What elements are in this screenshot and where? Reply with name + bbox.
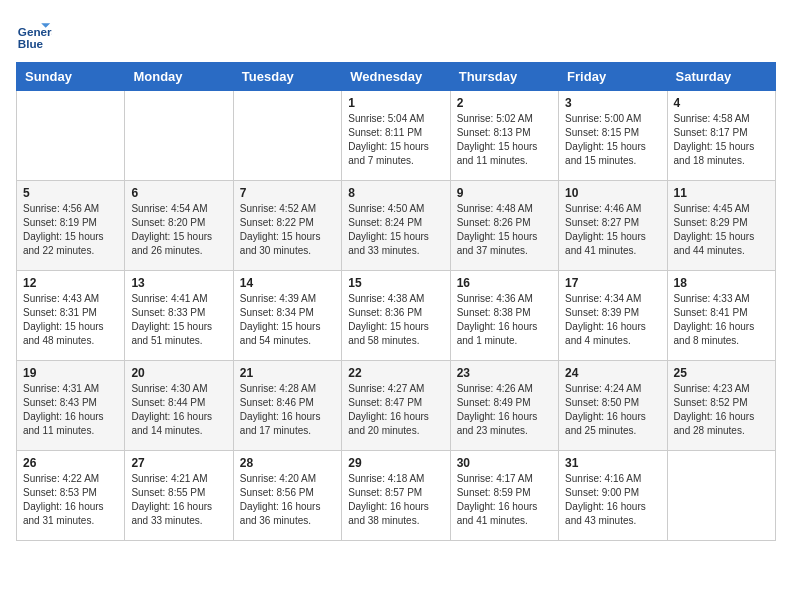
calendar-cell: 29Sunrise: 4:18 AM Sunset: 8:57 PM Dayli… (342, 451, 450, 541)
day-info: Sunrise: 4:38 AM Sunset: 8:36 PM Dayligh… (348, 292, 443, 348)
calendar-cell: 5Sunrise: 4:56 AM Sunset: 8:19 PM Daylig… (17, 181, 125, 271)
day-number: 16 (457, 276, 552, 290)
calendar-cell: 26Sunrise: 4:22 AM Sunset: 8:53 PM Dayli… (17, 451, 125, 541)
day-number: 5 (23, 186, 118, 200)
calendar-cell: 28Sunrise: 4:20 AM Sunset: 8:56 PM Dayli… (233, 451, 341, 541)
logo: General Blue (16, 16, 52, 52)
calendar-cell: 25Sunrise: 4:23 AM Sunset: 8:52 PM Dayli… (667, 361, 775, 451)
calendar-header-sunday: Sunday (17, 63, 125, 91)
day-number: 26 (23, 456, 118, 470)
calendar-cell: 4Sunrise: 4:58 AM Sunset: 8:17 PM Daylig… (667, 91, 775, 181)
calendar-cell (233, 91, 341, 181)
day-number: 2 (457, 96, 552, 110)
calendar-cell: 22Sunrise: 4:27 AM Sunset: 8:47 PM Dayli… (342, 361, 450, 451)
calendar-cell (17, 91, 125, 181)
calendar-cell: 2Sunrise: 5:02 AM Sunset: 8:13 PM Daylig… (450, 91, 558, 181)
day-number: 6 (131, 186, 226, 200)
calendar-cell: 23Sunrise: 4:26 AM Sunset: 8:49 PM Dayli… (450, 361, 558, 451)
day-info: Sunrise: 4:30 AM Sunset: 8:44 PM Dayligh… (131, 382, 226, 438)
day-number: 12 (23, 276, 118, 290)
calendar-cell: 8Sunrise: 4:50 AM Sunset: 8:24 PM Daylig… (342, 181, 450, 271)
calendar-cell (667, 451, 775, 541)
day-info: Sunrise: 5:04 AM Sunset: 8:11 PM Dayligh… (348, 112, 443, 168)
day-info: Sunrise: 4:31 AM Sunset: 8:43 PM Dayligh… (23, 382, 118, 438)
calendar-cell: 16Sunrise: 4:36 AM Sunset: 8:38 PM Dayli… (450, 271, 558, 361)
day-info: Sunrise: 4:39 AM Sunset: 8:34 PM Dayligh… (240, 292, 335, 348)
calendar-cell: 10Sunrise: 4:46 AM Sunset: 8:27 PM Dayli… (559, 181, 667, 271)
calendar-week-5: 26Sunrise: 4:22 AM Sunset: 8:53 PM Dayli… (17, 451, 776, 541)
day-info: Sunrise: 4:46 AM Sunset: 8:27 PM Dayligh… (565, 202, 660, 258)
calendar-cell: 21Sunrise: 4:28 AM Sunset: 8:46 PM Dayli… (233, 361, 341, 451)
calendar-cell: 7Sunrise: 4:52 AM Sunset: 8:22 PM Daylig… (233, 181, 341, 271)
calendar-cell: 19Sunrise: 4:31 AM Sunset: 8:43 PM Dayli… (17, 361, 125, 451)
day-info: Sunrise: 4:17 AM Sunset: 8:59 PM Dayligh… (457, 472, 552, 528)
calendar-cell: 1Sunrise: 5:04 AM Sunset: 8:11 PM Daylig… (342, 91, 450, 181)
calendar-header-wednesday: Wednesday (342, 63, 450, 91)
calendar-cell: 31Sunrise: 4:16 AM Sunset: 9:00 PM Dayli… (559, 451, 667, 541)
day-number: 7 (240, 186, 335, 200)
day-number: 23 (457, 366, 552, 380)
day-info: Sunrise: 4:16 AM Sunset: 9:00 PM Dayligh… (565, 472, 660, 528)
day-info: Sunrise: 4:36 AM Sunset: 8:38 PM Dayligh… (457, 292, 552, 348)
day-info: Sunrise: 5:00 AM Sunset: 8:15 PM Dayligh… (565, 112, 660, 168)
day-info: Sunrise: 4:21 AM Sunset: 8:55 PM Dayligh… (131, 472, 226, 528)
calendar-header-row: SundayMondayTuesdayWednesdayThursdayFrid… (17, 63, 776, 91)
day-number: 28 (240, 456, 335, 470)
calendar-cell: 24Sunrise: 4:24 AM Sunset: 8:50 PM Dayli… (559, 361, 667, 451)
calendar-cell (125, 91, 233, 181)
calendar-cell: 17Sunrise: 4:34 AM Sunset: 8:39 PM Dayli… (559, 271, 667, 361)
day-number: 29 (348, 456, 443, 470)
calendar-cell: 15Sunrise: 4:38 AM Sunset: 8:36 PM Dayli… (342, 271, 450, 361)
day-info: Sunrise: 4:28 AM Sunset: 8:46 PM Dayligh… (240, 382, 335, 438)
calendar-cell: 20Sunrise: 4:30 AM Sunset: 8:44 PM Dayli… (125, 361, 233, 451)
day-number: 25 (674, 366, 769, 380)
day-number: 22 (348, 366, 443, 380)
day-number: 9 (457, 186, 552, 200)
calendar-cell: 9Sunrise: 4:48 AM Sunset: 8:26 PM Daylig… (450, 181, 558, 271)
calendar-cell: 11Sunrise: 4:45 AM Sunset: 8:29 PM Dayli… (667, 181, 775, 271)
calendar-header-friday: Friday (559, 63, 667, 91)
day-number: 30 (457, 456, 552, 470)
day-info: Sunrise: 4:52 AM Sunset: 8:22 PM Dayligh… (240, 202, 335, 258)
day-info: Sunrise: 4:41 AM Sunset: 8:33 PM Dayligh… (131, 292, 226, 348)
calendar-cell: 30Sunrise: 4:17 AM Sunset: 8:59 PM Dayli… (450, 451, 558, 541)
svg-text:Blue: Blue (18, 37, 44, 50)
day-number: 27 (131, 456, 226, 470)
calendar-cell: 18Sunrise: 4:33 AM Sunset: 8:41 PM Dayli… (667, 271, 775, 361)
day-info: Sunrise: 4:50 AM Sunset: 8:24 PM Dayligh… (348, 202, 443, 258)
calendar-cell: 14Sunrise: 4:39 AM Sunset: 8:34 PM Dayli… (233, 271, 341, 361)
calendar-cell: 12Sunrise: 4:43 AM Sunset: 8:31 PM Dayli… (17, 271, 125, 361)
day-number: 8 (348, 186, 443, 200)
calendar-cell: 6Sunrise: 4:54 AM Sunset: 8:20 PM Daylig… (125, 181, 233, 271)
calendar-cell: 13Sunrise: 4:41 AM Sunset: 8:33 PM Dayli… (125, 271, 233, 361)
day-info: Sunrise: 4:27 AM Sunset: 8:47 PM Dayligh… (348, 382, 443, 438)
day-number: 31 (565, 456, 660, 470)
day-number: 11 (674, 186, 769, 200)
day-number: 20 (131, 366, 226, 380)
day-number: 3 (565, 96, 660, 110)
day-number: 18 (674, 276, 769, 290)
calendar-week-1: 1Sunrise: 5:04 AM Sunset: 8:11 PM Daylig… (17, 91, 776, 181)
day-number: 13 (131, 276, 226, 290)
day-number: 1 (348, 96, 443, 110)
day-info: Sunrise: 4:48 AM Sunset: 8:26 PM Dayligh… (457, 202, 552, 258)
day-info: Sunrise: 4:43 AM Sunset: 8:31 PM Dayligh… (23, 292, 118, 348)
day-info: Sunrise: 5:02 AM Sunset: 8:13 PM Dayligh… (457, 112, 552, 168)
day-info: Sunrise: 4:18 AM Sunset: 8:57 PM Dayligh… (348, 472, 443, 528)
day-info: Sunrise: 4:24 AM Sunset: 8:50 PM Dayligh… (565, 382, 660, 438)
calendar-cell: 27Sunrise: 4:21 AM Sunset: 8:55 PM Dayli… (125, 451, 233, 541)
calendar-week-2: 5Sunrise: 4:56 AM Sunset: 8:19 PM Daylig… (17, 181, 776, 271)
day-number: 19 (23, 366, 118, 380)
calendar-header-saturday: Saturday (667, 63, 775, 91)
page-header: General Blue (16, 16, 776, 52)
logo-icon: General Blue (16, 16, 52, 52)
day-info: Sunrise: 4:33 AM Sunset: 8:41 PM Dayligh… (674, 292, 769, 348)
day-number: 17 (565, 276, 660, 290)
calendar-header-thursday: Thursday (450, 63, 558, 91)
day-info: Sunrise: 4:56 AM Sunset: 8:19 PM Dayligh… (23, 202, 118, 258)
day-number: 15 (348, 276, 443, 290)
calendar-cell: 3Sunrise: 5:00 AM Sunset: 8:15 PM Daylig… (559, 91, 667, 181)
day-number: 24 (565, 366, 660, 380)
day-info: Sunrise: 4:58 AM Sunset: 8:17 PM Dayligh… (674, 112, 769, 168)
day-info: Sunrise: 4:26 AM Sunset: 8:49 PM Dayligh… (457, 382, 552, 438)
